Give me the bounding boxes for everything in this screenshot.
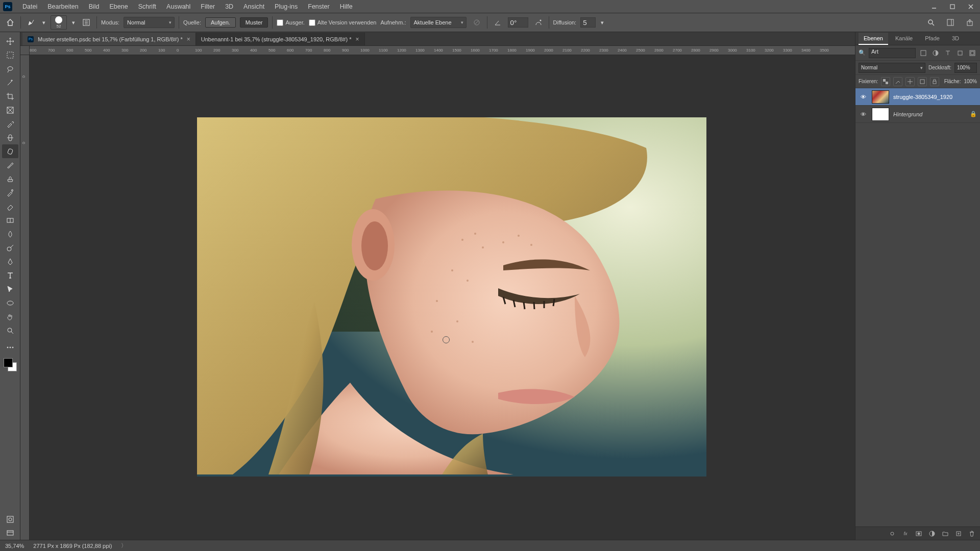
document-tab[interactable]: Ps Muster erstellen.psdc bei 15,7% (Farb… bbox=[22, 33, 196, 45]
legacy-checkbox-input[interactable] bbox=[309, 19, 315, 26]
mode-select[interactable]: Normal bbox=[124, 17, 175, 28]
ignore-adjustment-button[interactable] bbox=[471, 16, 483, 29]
menu-fenster[interactable]: Fenster bbox=[303, 0, 334, 13]
document-info[interactable]: 2771 Px x 1869 Px (182,88 ppi) bbox=[33, 543, 112, 549]
panel-tab-kanaele[interactable]: Kanäle bbox=[890, 33, 918, 45]
canvas-image[interactable] bbox=[197, 117, 706, 477]
blend-mode-select[interactable]: Normal bbox=[859, 63, 925, 73]
tool-type[interactable] bbox=[2, 268, 18, 282]
aligned-checkbox-input[interactable] bbox=[277, 19, 283, 26]
filter-adjust-icon[interactable] bbox=[931, 48, 940, 58]
tool-history-brush[interactable] bbox=[2, 186, 18, 199]
lock-pixels-button[interactable] bbox=[881, 77, 890, 86]
layer-name[interactable]: struggle-3805349_1920 bbox=[893, 94, 952, 100]
menu-ansicht[interactable]: Ansicht bbox=[238, 0, 270, 13]
window-maximize-button[interactable] bbox=[943, 0, 962, 13]
menu-plugins[interactable]: Plug-ins bbox=[270, 0, 303, 13]
link-layers-button[interactable] bbox=[888, 530, 896, 538]
menu-datei[interactable]: Datei bbox=[17, 0, 42, 13]
tool-eraser[interactable] bbox=[2, 199, 18, 213]
tool-healing-brush[interactable] bbox=[2, 144, 18, 158]
tool-move[interactable] bbox=[2, 34, 18, 48]
filter-smart-icon[interactable] bbox=[968, 48, 977, 58]
opacity-input[interactable]: 100% bbox=[954, 63, 977, 73]
panel-tab-pfade[interactable]: Pfade bbox=[920, 33, 945, 45]
sample-select[interactable]: Aktuelle Ebene bbox=[410, 17, 467, 28]
menu-auswahl[interactable]: Auswahl bbox=[161, 0, 195, 13]
layer-group-button[interactable] bbox=[941, 530, 949, 538]
screen-mode-button[interactable] bbox=[2, 526, 18, 540]
tool-spot-heal[interactable] bbox=[2, 131, 18, 144]
close-tab-button[interactable]: × bbox=[355, 36, 359, 43]
filter-shape-icon[interactable] bbox=[955, 48, 965, 58]
tool-preset-picker[interactable] bbox=[25, 16, 37, 29]
zoom-level[interactable]: 35,74% bbox=[5, 543, 24, 549]
tool-blur[interactable] bbox=[2, 227, 18, 241]
ruler-vertical[interactable]: 00 bbox=[20, 55, 30, 540]
tool-eyedropper[interactable] bbox=[2, 117, 18, 131]
layer-filter-select[interactable]: Art bbox=[869, 48, 916, 58]
tool-marquee[interactable] bbox=[2, 48, 18, 62]
color-swatches[interactable] bbox=[3, 357, 18, 372]
tool-zoom[interactable] bbox=[2, 323, 18, 337]
foreground-color-swatch[interactable] bbox=[4, 358, 13, 367]
diffusion-dropdown[interactable]: ▾ bbox=[600, 19, 605, 26]
delete-layer-button[interactable] bbox=[968, 530, 976, 538]
layer-visibility-toggle[interactable]: 👁 bbox=[859, 111, 868, 117]
lock-artboard-button[interactable] bbox=[918, 77, 927, 86]
pressure-size-button[interactable] bbox=[532, 16, 545, 29]
workspace-button[interactable] bbox=[944, 16, 957, 29]
quick-mask-button[interactable] bbox=[2, 512, 18, 526]
filter-type-icon[interactable] bbox=[943, 48, 952, 58]
window-minimize-button[interactable] bbox=[925, 0, 943, 13]
lock-paint-button[interactable] bbox=[893, 77, 902, 86]
layer-thumbnail[interactable] bbox=[872, 108, 889, 121]
tool-wand[interactable] bbox=[2, 76, 18, 89]
new-layer-button[interactable] bbox=[954, 530, 963, 538]
lock-position-button[interactable] bbox=[905, 77, 915, 86]
source-pattern-button[interactable]: Muster bbox=[240, 17, 268, 28]
ruler-horizontal[interactable]: 8007006005004003002001000100200300400500… bbox=[30, 46, 855, 55]
window-close-button[interactable] bbox=[962, 0, 980, 13]
menu-bearbeiten[interactable]: Bearbeiten bbox=[42, 0, 83, 13]
source-sampled-button[interactable]: Aufgen. bbox=[205, 17, 236, 28]
adjustment-layer-button[interactable] bbox=[928, 530, 936, 538]
aligned-checkbox[interactable]: Ausger. bbox=[277, 19, 304, 26]
panel-tab-3d[interactable]: 3D bbox=[947, 33, 964, 45]
menu-schrift[interactable]: Schrift bbox=[133, 0, 161, 13]
layer-row[interactable]: 👁Hintergrund🔒 bbox=[855, 106, 980, 123]
close-tab-button[interactable]: × bbox=[187, 36, 190, 43]
tool-shape[interactable] bbox=[2, 296, 18, 310]
filter-pixel-icon[interactable] bbox=[919, 48, 928, 58]
angle-input[interactable] bbox=[508, 17, 528, 28]
share-button[interactable] bbox=[964, 16, 976, 29]
lock-all-button[interactable] bbox=[930, 77, 939, 86]
menu-bild[interactable]: Bild bbox=[84, 0, 105, 13]
menu-hilfe[interactable]: Hilfe bbox=[335, 0, 358, 13]
tool-pen[interactable] bbox=[2, 255, 18, 268]
menu-ebene[interactable]: Ebene bbox=[105, 0, 133, 13]
tool-preset-dropdown[interactable]: ▾ bbox=[41, 19, 46, 26]
fill-input[interactable]: 100% bbox=[964, 79, 977, 84]
status-flyout-button[interactable]: 〉 bbox=[121, 542, 127, 549]
brush-preset-dropdown[interactable]: ▾ bbox=[71, 19, 76, 26]
tool-frame[interactable] bbox=[2, 103, 18, 117]
tool-edit-toolbar[interactable] bbox=[2, 340, 18, 354]
tool-hand[interactable] bbox=[2, 310, 18, 323]
tool-brush[interactable] bbox=[2, 158, 18, 172]
tool-lasso[interactable] bbox=[2, 62, 18, 76]
canvas-viewport[interactable] bbox=[30, 55, 855, 540]
brush-settings-button[interactable] bbox=[80, 16, 92, 29]
brush-preset-picker[interactable]: 52 bbox=[51, 15, 67, 30]
tool-crop[interactable] bbox=[2, 89, 18, 103]
diffusion-input[interactable] bbox=[580, 17, 596, 28]
menu-filter[interactable]: Filter bbox=[195, 0, 220, 13]
menu-3d[interactable]: 3D bbox=[220, 0, 238, 13]
layer-mask-button[interactable] bbox=[915, 530, 923, 538]
layer-row[interactable]: 👁struggle-3805349_1920 bbox=[855, 88, 980, 106]
ruler-origin[interactable] bbox=[20, 46, 30, 55]
search-button[interactable] bbox=[925, 16, 937, 29]
home-button[interactable] bbox=[4, 16, 16, 29]
layer-name[interactable]: Hintergrund bbox=[893, 111, 922, 117]
layer-fx-button[interactable]: fx bbox=[901, 530, 910, 538]
